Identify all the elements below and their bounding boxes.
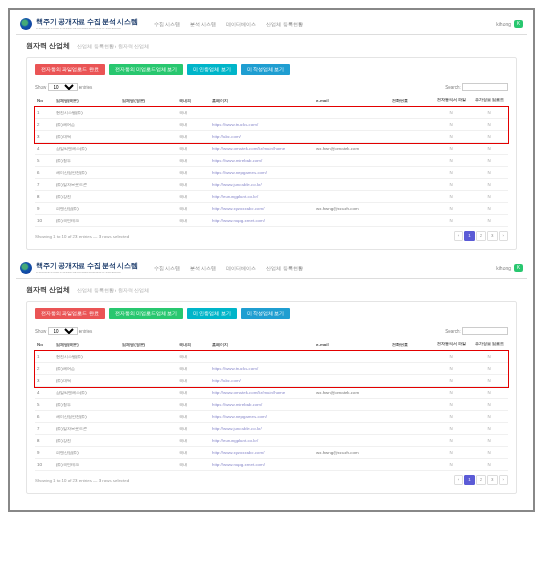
homepage-link[interactable]: http://abc.com/: [212, 134, 241, 139]
page-next[interactable]: ›: [499, 475, 508, 485]
nav-item-collect[interactable]: 수집 시스템: [154, 265, 180, 271]
th-name-eng[interactable]: 업체명(영문): [120, 95, 177, 107]
page-3[interactable]: 3: [487, 475, 497, 485]
cell-no: 8: [35, 435, 54, 447]
nav-item-industry[interactable]: 산업체 등록현황: [266, 21, 302, 27]
cell-phone: [390, 203, 433, 215]
homepage-link[interactable]: http://www.juncable.co.kr/: [212, 182, 262, 187]
cell-name-kor: (주)강진: [54, 435, 120, 447]
th-phone[interactable]: 전화번호: [390, 339, 433, 351]
homepage-link[interactable]: http://www.juncable.co.kr/: [212, 426, 262, 431]
table-row[interactable]: 2(주)에머슨국내https://www.trucks.com/NN: [35, 119, 508, 131]
th-no[interactable]: No: [35, 339, 54, 351]
page-3[interactable]: 3: [487, 231, 497, 241]
entries-select[interactable]: 10: [48, 83, 78, 91]
table-row[interactable]: 9피앤산업(주)국내http://www.xyzxxxabc.com/wx.hw…: [35, 447, 508, 459]
nav-item-database[interactable]: 데이터베이스: [226, 265, 256, 271]
page-next[interactable]: ›: [499, 231, 508, 241]
table-row[interactable]: 6세미산업안전(주)국내https://www.nepgames.com/NN: [35, 411, 508, 423]
table-row[interactable]: 8(주)강진국내http://eurungplant.co.kr/NN: [35, 191, 508, 203]
search-input[interactable]: [462, 327, 508, 335]
th-consent-file[interactable]: 전자동의서 파일: [432, 95, 470, 107]
nav-item-industry[interactable]: 산업체 등록현황: [266, 265, 302, 271]
cell-name-kor: 현진시스템(주): [54, 351, 120, 363]
user-menu[interactable]: kihong K: [496, 264, 523, 272]
app-title: 핵주기 공개자료 수집 분석 시스템: [36, 18, 138, 27]
entries-select[interactable]: 10: [48, 327, 78, 335]
homepage-link[interactable]: http://www.xyzxxxabc.com/: [212, 450, 264, 455]
homepage-link[interactable]: http://eurungplant.co.kr/: [212, 438, 258, 443]
table-row[interactable]: 1현진시스템(주)국내NN: [35, 351, 508, 363]
homepage-link[interactable]: http://www.xyzxxxabc.com/: [212, 206, 264, 211]
filter-btn-uploaded[interactable]: 전자동의 파일업로드 완료: [35, 308, 105, 319]
filter-btn-not-certified[interactable]: 미 인증업체 보기: [187, 308, 237, 319]
nav-item-database[interactable]: 데이터베이스: [226, 21, 256, 27]
table-row[interactable]: 6세미산업안전(주)국내https://www.nepgames.com/NN: [35, 167, 508, 179]
homepage-link[interactable]: http://www.omatek.com/kr/main/home: [212, 146, 285, 151]
cell-homepage: http://eurungplant.co.kr/: [210, 435, 314, 447]
page-1[interactable]: 1: [464, 475, 474, 485]
nav-item-analyze[interactable]: 분석 시스템: [190, 21, 216, 27]
page-1[interactable]: 1: [464, 231, 474, 241]
homepage-link[interactable]: http://abc.com/: [212, 378, 241, 383]
homepage-link[interactable]: http://eurungplant.co.kr/: [212, 194, 258, 199]
nav-item-collect[interactable]: 수집 시스템: [154, 21, 180, 27]
th-phone[interactable]: 전화번호: [390, 95, 433, 107]
th-domestic[interactable]: 국내외: [177, 95, 210, 107]
th-email[interactable]: e-mail: [314, 95, 390, 107]
homepage-link[interactable]: http://www.napg.xrnet.com/: [212, 462, 265, 467]
filter-btn-not-uploaded[interactable]: 전자동의 미업로드업체 보기: [109, 64, 184, 75]
filter-btn-not-certified[interactable]: 미 인증업체 보기: [187, 64, 237, 75]
homepage-link[interactable]: http://www.napg.xrnet.com/: [212, 218, 265, 223]
table-row[interactable]: 5(주)청두국내https://www.mirebab.com/NN: [35, 399, 508, 411]
homepage-link[interactable]: https://www.mirebab.com/: [212, 402, 262, 407]
filter-btn-uploaded[interactable]: 전자동의 파일업로드 완료: [35, 64, 105, 75]
page-2[interactable]: 2: [476, 231, 486, 241]
table-row[interactable]: 10(주)국민테크국내http://www.napg.xrnet.com/NN: [35, 459, 508, 471]
th-homepage[interactable]: 홈페이지: [210, 339, 314, 351]
homepage-link[interactable]: https://www.trucks.com/: [212, 122, 258, 127]
table-row[interactable]: 8(주)강진국내http://eurungplant.co.kr/NN: [35, 435, 508, 447]
cell-name-eng: [120, 191, 177, 203]
table-row[interactable]: 7(주)일자브로드콘국내http://www.juncable.co.kr/NN: [35, 179, 508, 191]
th-homepage[interactable]: 홈페이지: [210, 95, 314, 107]
breadcrumb-path: 산업체 등록현황 › 원자력 산업체: [77, 44, 149, 49]
homepage-link[interactable]: https://www.nepgames.com/: [212, 170, 267, 175]
page-prev[interactable]: ‹: [454, 231, 463, 241]
homepage-link[interactable]: https://www.nepgames.com/: [212, 414, 267, 419]
table-row[interactable]: 7(주)일자브로드콘국내http://www.juncable.co.kr/NN: [35, 423, 508, 435]
cell-name-kor: 삼일씨엔에스(주): [54, 143, 120, 155]
table-row[interactable]: 2(주)에머슨국내https://www.trucks.com/NN: [35, 363, 508, 375]
table-row[interactable]: 3(주)대덕국내http://abc.com/NN: [35, 375, 508, 387]
cell-no: 9: [35, 203, 54, 215]
homepage-link[interactable]: https://www.trucks.com/: [212, 366, 258, 371]
table-row[interactable]: 9피앤산업(주)국내http://www.xyzxxxabc.com/wx.hw…: [35, 203, 508, 215]
cell-extra: N: [470, 155, 508, 167]
table-row[interactable]: 4삼일씨엔에스(주)국내http://www.omatek.com/kr/mai…: [35, 143, 508, 155]
cell-phone: [390, 143, 433, 155]
th-name-kor[interactable]: 업체명(국문): [54, 339, 120, 351]
nav-item-analyze[interactable]: 분석 시스템: [190, 265, 216, 271]
page-2[interactable]: 2: [476, 475, 486, 485]
th-name-eng[interactable]: 업체명(영문): [120, 339, 177, 351]
th-extra-upload[interactable]: 추가정보 업로드: [470, 95, 508, 107]
user-menu[interactable]: kihong K: [496, 20, 523, 28]
table-row[interactable]: 1현진시스템(주)국내NN: [35, 107, 508, 119]
filter-btn-not-written[interactable]: 미 작성업체 보기: [241, 64, 291, 75]
filter-btn-not-written[interactable]: 미 작성업체 보기: [241, 308, 291, 319]
th-domestic[interactable]: 국내외: [177, 339, 210, 351]
th-extra-upload[interactable]: 추가정보 업로드: [470, 339, 508, 351]
table-row[interactable]: 4삼일씨엔에스(주)국내http://www.omatek.com/kr/mai…: [35, 387, 508, 399]
th-email[interactable]: e-mail: [314, 339, 390, 351]
homepage-link[interactable]: https://www.mirebab.com/: [212, 158, 262, 163]
table-row[interactable]: 3(주)대덕국내http://abc.com/NN: [35, 131, 508, 143]
homepage-link[interactable]: http://www.omatek.com/kr/main/home: [212, 390, 285, 395]
page-prev[interactable]: ‹: [454, 475, 463, 485]
filter-btn-not-uploaded[interactable]: 전자동의 미업로드업체 보기: [109, 308, 184, 319]
th-no[interactable]: No: [35, 95, 54, 107]
table-row[interactable]: 5(주)청두국내https://www.mirebab.com/NN: [35, 155, 508, 167]
table-row[interactable]: 10(주)국민테크국내http://www.napg.xrnet.com/NN: [35, 215, 508, 227]
th-consent-file[interactable]: 전자동의서 파일: [432, 339, 470, 351]
th-name-kor[interactable]: 업체명(국문): [54, 95, 120, 107]
search-input[interactable]: [462, 83, 508, 91]
